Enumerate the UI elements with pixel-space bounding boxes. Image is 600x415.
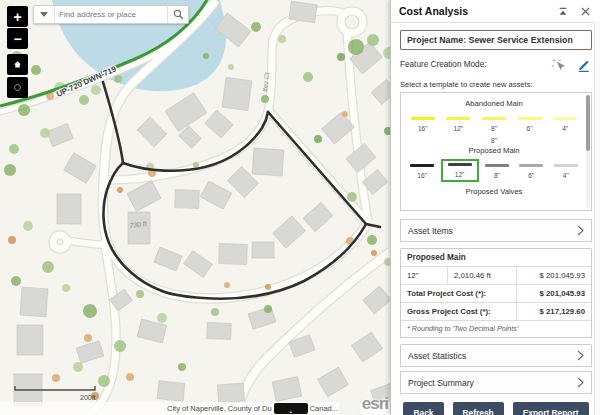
asset-size: 12" [401,267,448,284]
template-proposed-6[interactable]: 6" [515,162,547,181]
template-proposed-12-selected[interactable]: 12" [441,159,479,182]
swatch-line [485,164,509,167]
abandoned-main-row: 16" 12" 8" 6" [405,115,583,134]
swatch-line [448,163,472,166]
house-footprint [252,148,284,176]
tree [178,363,186,371]
tree [224,282,230,288]
cost-table: Proposed Main 12" 2,010.46 ft $ 201,045.… [400,248,592,338]
tree [31,65,41,75]
swatch-label: 6" [527,125,533,132]
tree [265,284,271,290]
export-report-button[interactable]: Export Report [513,402,589,415]
template-abandoned-8-extra[interactable]: 8" [405,137,583,144]
template-abandoned-8[interactable]: 8" [478,115,510,134]
app-window: UP-720 DWN-719Itez Ct730 ft200ft + − [0,0,600,415]
esri-logo: esri [362,394,388,414]
map-view[interactable]: UP-720 DWN-719Itez Ct730 ft200ft + − [0,0,390,415]
template-group-title: Proposed Valves [405,187,583,196]
magic-wand-cursor-icon [551,58,566,72]
template-proposed-4[interactable]: 4" [550,162,582,181]
proposed-main-row: 16" 12" 8" 6" [405,162,583,182]
tree [136,290,144,298]
attribution-overlay-box: ▴ [274,403,308,414]
chevron-right-icon [577,377,584,388]
scale-label: 200ft [80,394,96,401]
total-cost-row: Total Project Cost (*): $ 201,045.93 [401,285,591,303]
swatch-line [446,117,470,120]
back-button[interactable]: Back [403,402,443,415]
tree [342,111,348,117]
tree [114,340,126,352]
swatch-label: 4" [563,172,569,179]
panel-scrollbar[interactable] [594,22,600,415]
home-button[interactable] [7,54,28,75]
gross-cost-label: Gross Project Cost (*): [401,303,517,320]
total-cost-value: $ 201,045.93 [517,285,591,302]
template-gallery: Abandoned Main 16" 12" 8" [400,92,592,211]
map-canvas[interactable]: UP-720 DWN-719Itez Ct730 ft200ft [0,0,390,415]
zoom-in-button[interactable]: + [7,6,28,27]
asset-statistics-section[interactable]: Asset Statistics [400,344,592,367]
template-abandoned-12[interactable]: 12" [442,115,474,134]
tree [251,22,261,32]
template-group-title: Abandoned Main [405,99,583,108]
template-abandoned-4[interactable]: 4" [549,115,581,134]
feature-creation-mode-row: Feature Creation Mode: [400,57,592,72]
house-footprint [252,242,274,258]
house-footprint [17,325,43,355]
swatch-line [519,164,543,167]
house-footprint [217,383,244,403]
template-proposed-8[interactable]: 8" [481,162,513,181]
attribution-text-right: Canad... [310,404,338,413]
swatch-label: 8" [491,125,497,132]
panel-body: Project Name: Sewer Service Extension Fe… [391,23,600,415]
swatch-line [518,117,542,120]
draw-mode-button[interactable] [575,57,592,72]
collapse-panel-button[interactable] [555,4,571,18]
attribution-text-left: City of Naperville, County of Du [167,404,272,413]
tree [203,53,209,59]
rounding-note: * Rounding to 'Two Decimal Points' [401,321,591,337]
gross-cost-value: $ 217,129.60 [517,303,591,320]
search-input[interactable] [55,6,167,23]
total-cost-label: Total Project Cost (*): [401,285,517,302]
chevron-right-icon [577,225,584,236]
chevron-down-icon [40,12,48,17]
tree [11,276,21,286]
search-button[interactable] [167,6,188,23]
tree [193,162,199,168]
swatch-line [411,117,435,120]
smart-mode-button[interactable] [550,57,567,72]
tree [228,64,234,70]
swatch-label: 16" [418,125,428,132]
locate-button[interactable] [7,77,28,98]
template-abandoned-16[interactable]: 16" [407,115,439,134]
zoom-out-button[interactable]: − [7,28,28,49]
project-summary-section[interactable]: Project Summary [400,371,592,394]
swatch-label: 12" [454,125,464,132]
cost-analysis-panel: Cost Analysis Project Name: Sewer Servic… [390,0,600,415]
close-icon [581,7,590,16]
map-nav-controls: + − [7,6,28,98]
swatch-line [410,164,434,167]
tree [79,95,89,105]
asset-items-label: Asset Items [408,226,577,236]
template-prompt: Select a template to create new assets: [400,80,592,89]
search-dropdown-button[interactable] [34,6,55,23]
street [68,241,103,245]
template-abandoned-6[interactable]: 6" [514,115,546,134]
refresh-button[interactable]: Refresh [453,402,504,415]
close-panel-button[interactable] [577,4,593,18]
tree [211,308,219,316]
house-footprint [219,244,248,265]
collapse-icon [558,7,568,16]
template-proposed-16[interactable]: 16" [406,162,438,181]
tree [157,313,167,323]
tree [337,53,345,61]
table-row: 12" 2,010.46 ft $ 201,045.93 [401,267,591,285]
asset-items-section[interactable]: Asset Items [400,219,592,242]
template-scrollbar-thumb[interactable] [586,95,590,151]
tree [367,34,379,46]
swatch-label: 12" [455,171,465,178]
